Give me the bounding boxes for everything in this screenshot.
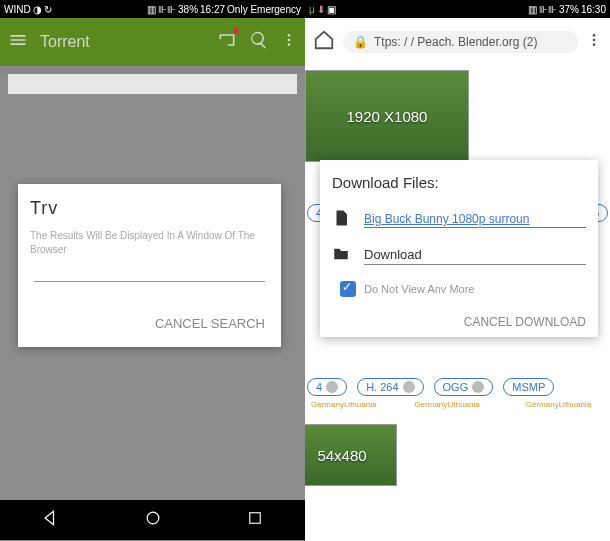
content-strip — [8, 74, 297, 94]
back-button[interactable] — [41, 508, 61, 532]
search-icon[interactable] — [249, 30, 269, 54]
file-icon — [332, 209, 350, 231]
download-button[interactable]: DOWNLOAD — [515, 315, 586, 329]
cancel-button[interactable]: CANCEL — [464, 315, 512, 329]
recents-button[interactable] — [246, 509, 264, 531]
signal-icon: ⊪⊪ — [158, 4, 176, 15]
clock: 16:30 — [581, 4, 606, 15]
status-bar: WIND ◑ ↻ ▥ ⊪⊪ 38% 16:27 Only Emergency — [0, 0, 305, 18]
svg-point-5 — [593, 34, 596, 37]
download-dialog: Download Files: Big Buck Bunny 1080p sur… — [320, 160, 598, 337]
dialog-body-text: The Results Will Be Displayed In A Windo… — [30, 229, 269, 257]
wifi-icon: ◑ — [33, 4, 42, 15]
menu-icon[interactable] — [8, 30, 28, 54]
input-underline[interactable] — [34, 281, 265, 282]
url-bar[interactable]: 🔒 Ttps: / / Peach. Blender.org (2) — [343, 31, 578, 53]
thumb-resolution: 1920 X1080 — [347, 108, 428, 125]
carrier-label: WIND — [4, 4, 31, 15]
folder-icon — [332, 245, 350, 267]
disc-icon — [326, 381, 338, 393]
overflow-icon[interactable] — [281, 30, 297, 54]
download-icon: ⬇ — [317, 4, 325, 15]
folder-row: Download — [332, 245, 586, 267]
video-thumbnail-small[interactable]: 54x480 — [305, 424, 397, 486]
cancel-button[interactable]: CANCEL — [155, 316, 207, 331]
disc-icon — [403, 381, 415, 393]
pill-h264[interactable]: H. 264 — [357, 378, 423, 396]
android-nav-bar — [0, 500, 305, 540]
browser-home-icon[interactable] — [313, 29, 335, 55]
video-thumbnail-main[interactable]: 1920 X1080 — [305, 70, 469, 162]
overflow-icon[interactable] — [586, 30, 602, 54]
pill-4-b[interactable]: 4 — [307, 378, 347, 396]
svg-point-7 — [593, 43, 596, 46]
checkbox-row[interactable]: Do Not View Anv More — [340, 281, 586, 297]
left-phone-screen: WIND ◑ ↻ ▥ ⊪⊪ 38% 16:27 Only Emergency T… — [0, 0, 305, 540]
right-phone-screen: μ ⬇ ▣ ▥ ⊪⊪ 37% 16:30 🔒 Ttps: / / Peach. … — [305, 0, 610, 540]
folder-link[interactable]: Download — [364, 247, 586, 265]
caption: GermanyLithuania — [311, 400, 376, 409]
pill-ogg[interactable]: OGG — [434, 378, 494, 396]
search-dialog: Trv The Results Will Be Displayed In A W… — [18, 184, 281, 347]
svg-point-3 — [148, 512, 160, 524]
cast-icon[interactable] — [217, 30, 237, 54]
home-button[interactable] — [143, 508, 163, 532]
disc-icon — [472, 381, 484, 393]
pill-msmp[interactable]: MSMP — [503, 378, 554, 396]
clock: 16:27 — [200, 4, 225, 15]
caption: GermanyLithuania — [526, 400, 591, 409]
battery-pct: 38% — [178, 4, 198, 15]
utorrent-icon: μ — [309, 4, 315, 15]
status-bar: μ ⬇ ▣ ▥ ⊪⊪ 37% 16:30 — [305, 0, 610, 18]
nfc-icon: ▥ — [147, 4, 156, 15]
checkbox-icon[interactable] — [340, 281, 356, 297]
file-row: Big Buck Bunny 1080p surroun — [332, 209, 586, 231]
misc-icon: ▣ — [327, 4, 336, 15]
file-name-link[interactable]: Big Buck Bunny 1080p surroun — [364, 212, 586, 228]
nfc-icon: ▥ — [528, 4, 537, 15]
checkbox-label: Do Not View Anv More — [364, 283, 474, 295]
search-button[interactable]: SEARCH — [211, 316, 265, 331]
thumb-resolution: 54x480 — [317, 447, 366, 464]
battery-pct: 37% — [559, 4, 579, 15]
dialog-title: Download Files: — [332, 174, 586, 191]
caption: GermanyLithuania — [414, 400, 479, 409]
svg-point-0 — [288, 34, 291, 37]
signal-icon: ⊪⊪ — [539, 4, 557, 15]
url-text: Ttps: / / Peach. Blender.org (2) — [374, 35, 537, 49]
dialog-title: Trv — [30, 198, 269, 219]
app-title: Torrent — [40, 33, 205, 51]
format-row-bottom: 4 H. 264 OGG MSMP — [305, 374, 606, 400]
lock-icon: 🔒 — [353, 35, 368, 49]
network-status: Only Emergency — [227, 4, 301, 15]
svg-point-1 — [288, 39, 291, 42]
browser-toolbar: 🔒 Ttps: / / Peach. Blender.org (2) — [305, 18, 610, 66]
sync-icon: ↻ — [44, 4, 52, 15]
svg-point-2 — [288, 43, 291, 46]
app-bar: Torrent — [0, 18, 305, 66]
svg-point-6 — [593, 39, 596, 42]
svg-rect-4 — [250, 513, 261, 524]
